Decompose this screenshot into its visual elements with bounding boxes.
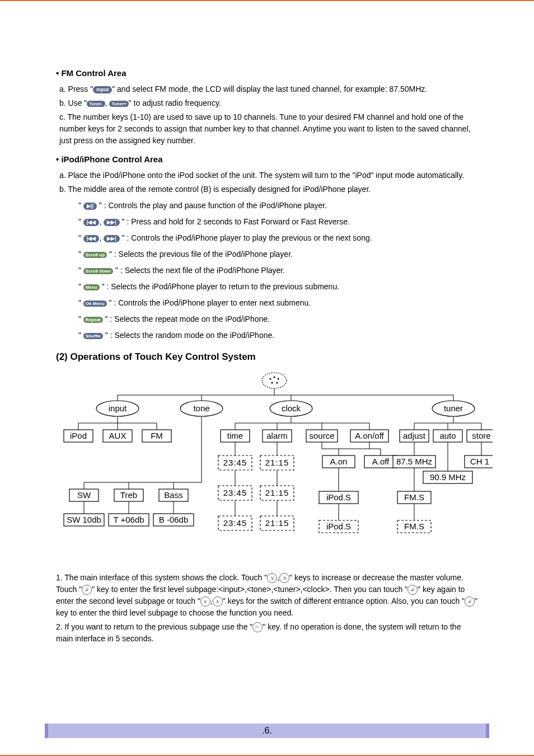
text: " : Controls the iPod/iPhone player to p… bbox=[122, 233, 372, 242]
svg-text:B -06db: B -06db bbox=[159, 515, 189, 524]
svg-text:CH 1: CH 1 bbox=[470, 457, 489, 466]
svg-text:alarm: alarm bbox=[266, 431, 288, 440]
list-item: " Scroll down " : Selects the next file … bbox=[78, 265, 478, 276]
enter-key-icon: ↲ bbox=[407, 585, 418, 595]
svg-text:23:45: 23:45 bbox=[223, 488, 247, 497]
svg-text:FM.S: FM.S bbox=[404, 522, 424, 531]
enter-key-icon: ↲ bbox=[82, 585, 92, 595]
touch-para-2: 2. If you want to return to the previous… bbox=[56, 621, 478, 645]
text: " : Controls the iPod/iPhone player to e… bbox=[109, 298, 311, 307]
svg-text:23:45: 23:45 bbox=[223, 518, 247, 528]
ipod-item-a: a. Place the iPod/iPhone onto the iPod s… bbox=[59, 170, 478, 181]
content-area: FM Control Area a. Press "Input" and sel… bbox=[45, 68, 489, 645]
ok-menu-icon: Ok Menu bbox=[83, 300, 107, 307]
svg-text:Treb: Treb bbox=[120, 490, 137, 500]
prev-icon: |◀◀ bbox=[83, 219, 100, 226]
remote-button-list: " ▶|| " : Controls the play and pause fu… bbox=[78, 200, 478, 341]
diagram-svg: input tone clock tuner iPod AUX FM bbox=[56, 370, 493, 561]
svg-point-2 bbox=[274, 377, 275, 378]
svg-text:T +06db: T +06db bbox=[113, 515, 144, 524]
touch-key-diagram: input tone clock tuner iPod AUX FM bbox=[56, 370, 478, 563]
list-item: " Repeat " : Selects the repeat mode on … bbox=[78, 313, 478, 325]
up-key-icon: ∧ bbox=[279, 573, 289, 583]
page-footer: .6. bbox=[45, 724, 489, 738]
fm-heading: FM Control Area bbox=[56, 68, 478, 78]
svg-text:A.on: A.on bbox=[330, 457, 348, 466]
svg-text:iPod.S: iPod.S bbox=[326, 522, 351, 531]
tuner-minus-icon: Tuner- bbox=[87, 101, 105, 107]
touch-heading: (2) Operations of Touch Key Control Syst… bbox=[56, 351, 478, 363]
text: " keys for the switch of different entra… bbox=[223, 597, 465, 605]
enter-key-icon: ↲ bbox=[465, 597, 475, 607]
text: 2. If you want to return to the previous… bbox=[56, 622, 252, 631]
text: a. Press " bbox=[59, 84, 93, 93]
ipod-item-b: b. The middle area of the remote control… bbox=[59, 184, 478, 195]
shuffle-icon: Shuffle bbox=[83, 333, 103, 340]
svg-text:input: input bbox=[109, 403, 127, 413]
scroll-up-icon: Scroll up bbox=[83, 252, 107, 259]
svg-text:iPod.S: iPod.S bbox=[326, 492, 351, 502]
svg-point-1 bbox=[270, 378, 271, 380]
input-button-icon: Input bbox=[93, 86, 112, 93]
next-icon: ▶▶| bbox=[104, 219, 120, 226]
text: " : Selects the previous file of the iPo… bbox=[109, 250, 293, 259]
svg-text:store: store bbox=[472, 431, 490, 440]
list-item: " Ok Menu " : Controls the iPod/iPhone p… bbox=[78, 297, 478, 309]
svg-text:21:15: 21:15 bbox=[265, 518, 289, 528]
text: 1. The main interface of this system sho… bbox=[56, 573, 267, 582]
play-pause-icon: ▶|| bbox=[83, 203, 97, 210]
svg-text:21:15: 21:15 bbox=[265, 458, 289, 467]
text: " : Controls the play and pause function… bbox=[99, 201, 327, 210]
svg-point-3 bbox=[278, 378, 279, 380]
svg-text:A.off: A.off bbox=[372, 457, 390, 466]
svg-text:SW 10db: SW 10db bbox=[67, 515, 101, 524]
up-key-icon: ∧ bbox=[213, 597, 223, 607]
list-item: " |◀◀, ▶▶| " : Controls the iPod/iPhone … bbox=[78, 232, 478, 244]
repeat-icon: Repeat bbox=[83, 317, 103, 323]
text: " : Selects the random mode on the iPod/… bbox=[105, 331, 274, 340]
svg-text:adjust: adjust bbox=[403, 431, 426, 440]
list-item: " |◀◀, ▶▶| " : Press and hold for 2 seco… bbox=[78, 216, 478, 228]
fm-item-a: a. Press "Input" and select FM mode, the… bbox=[59, 83, 478, 95]
svg-text:SW: SW bbox=[77, 490, 91, 500]
down-key-icon: ∨ bbox=[267, 573, 277, 583]
next-icon: ▶▶| bbox=[104, 235, 120, 242]
svg-text:23:45: 23:45 bbox=[223, 458, 247, 467]
svg-text:Bass: Bass bbox=[164, 490, 182, 500]
svg-text:iPod: iPod bbox=[70, 431, 87, 440]
fm-item-b: b. Use "Tuner-, Tuner+" to adjust radio … bbox=[59, 97, 478, 109]
text: " : Selects the iPod/iPhone player to re… bbox=[102, 282, 339, 291]
list-item: " Shuffle " : Selects the random mode on… bbox=[78, 330, 478, 341]
text: b. Use " bbox=[59, 98, 87, 107]
fm-item-c: c. The number keys (1-10) are used to sa… bbox=[59, 111, 478, 147]
svg-text:AUX: AUX bbox=[109, 431, 127, 440]
text: " and select FM mode, the LCD will displ… bbox=[112, 84, 427, 93]
svg-text:FM.S: FM.S bbox=[404, 492, 424, 502]
svg-point-4 bbox=[277, 382, 278, 384]
svg-text:time: time bbox=[227, 431, 243, 440]
svg-text:tone: tone bbox=[193, 403, 209, 413]
svg-text:87.5 MHz: 87.5 MHz bbox=[396, 457, 432, 466]
list-item: " Menu " : Selects the iPod/iPhone playe… bbox=[78, 281, 478, 293]
text: " : Selects the repeat mode on the iPod/… bbox=[105, 314, 270, 323]
svg-text:A.on/off: A.on/off bbox=[355, 431, 384, 440]
list-item: " ▶|| " : Controls the play and pause fu… bbox=[78, 200, 478, 212]
svg-text:tuner: tuner bbox=[444, 403, 463, 413]
tuner-plus-icon: Tuner+ bbox=[109, 101, 128, 107]
text: " key to enter the first level subpage:<… bbox=[92, 585, 407, 594]
scroll-down-icon: Scroll down bbox=[83, 268, 113, 275]
svg-point-0 bbox=[262, 373, 287, 388]
down-key-icon: ∨ bbox=[200, 597, 210, 607]
text: " : Selects the next file of the iPod/iP… bbox=[115, 266, 285, 275]
svg-text:source: source bbox=[309, 431, 334, 440]
touch-para-1: 1. The main interface of this system sho… bbox=[56, 572, 478, 619]
document-page: FM Control Area a. Press "Input" and sel… bbox=[0, 0, 534, 756]
menu-icon: Menu bbox=[83, 284, 100, 291]
svg-text:clock: clock bbox=[282, 403, 301, 413]
list-item: " Scroll up " : Selects the previous fil… bbox=[78, 248, 478, 260]
text: " to adjust radio frequency. bbox=[129, 98, 221, 107]
text: " : Press and hold for 2 seconds to Fast… bbox=[122, 217, 350, 226]
svg-text:FM: FM bbox=[151, 431, 163, 440]
back-key-icon: ⤺ bbox=[252, 622, 263, 632]
prev-icon: |◀◀ bbox=[83, 235, 100, 242]
